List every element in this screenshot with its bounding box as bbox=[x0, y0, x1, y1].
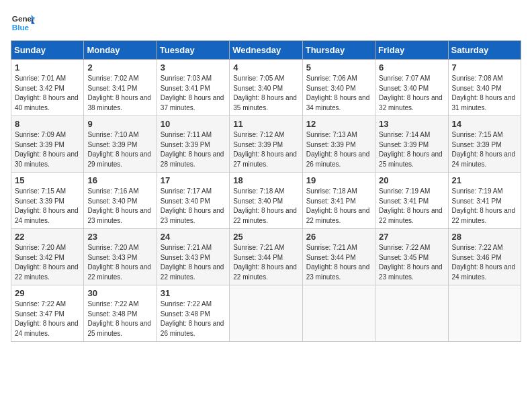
calendar-day-31: 31 Sunrise: 7:22 AMSunset: 3:48 PMDaylig… bbox=[157, 285, 229, 342]
day-info: Sunrise: 7:17 AMSunset: 3:40 PMDaylight:… bbox=[161, 187, 224, 224]
calendar-day-6: 6 Sunrise: 7:07 AMSunset: 3:40 PMDayligh… bbox=[375, 60, 448, 116]
day-info: Sunrise: 7:22 AMSunset: 3:48 PMDaylight:… bbox=[87, 300, 151, 337]
day-info: Sunrise: 7:15 AMSunset: 3:39 PMDaylight:… bbox=[452, 131, 516, 168]
weekday-header-thursday: Thursday bbox=[302, 41, 375, 60]
day-info: Sunrise: 7:15 AMSunset: 3:39 PMDaylight:… bbox=[15, 187, 79, 224]
day-info: Sunrise: 7:20 AMSunset: 3:42 PMDaylight:… bbox=[15, 244, 79, 281]
calendar-day-7: 7 Sunrise: 7:08 AMSunset: 3:40 PMDayligh… bbox=[448, 60, 521, 116]
calendar-week-3: 15 Sunrise: 7:15 AMSunset: 3:39 PMDaylig… bbox=[11, 173, 521, 229]
day-info: Sunrise: 7:07 AMSunset: 3:40 PMDaylight:… bbox=[379, 75, 443, 111]
logo: General Blue bbox=[11, 11, 35, 35]
calendar-week-4: 22 Sunrise: 7:20 AMSunset: 3:42 PMDaylig… bbox=[11, 229, 521, 285]
calendar-day-17: 17 Sunrise: 7:17 AMSunset: 3:40 PMDaylig… bbox=[157, 173, 229, 229]
day-number: 17 bbox=[161, 175, 226, 185]
day-info: Sunrise: 7:22 AMSunset: 3:47 PMDaylight:… bbox=[15, 300, 79, 337]
day-number: 7 bbox=[452, 62, 517, 73]
calendar-day-11: 11 Sunrise: 7:12 AMSunset: 3:39 PMDaylig… bbox=[230, 116, 302, 173]
day-number: 18 bbox=[233, 175, 298, 185]
calendar-day-2: 2 Sunrise: 7:02 AMSunset: 3:41 PMDayligh… bbox=[84, 60, 157, 116]
day-info: Sunrise: 7:18 AMSunset: 3:40 PMDaylight:… bbox=[233, 187, 297, 224]
calendar-day-4: 4 Sunrise: 7:05 AMSunset: 3:40 PMDayligh… bbox=[230, 60, 302, 116]
day-number: 28 bbox=[452, 232, 517, 242]
calendar-table: SundayMondayTuesdayWednesdayThursdayFrid… bbox=[11, 40, 521, 342]
day-number: 16 bbox=[87, 175, 152, 185]
day-info: Sunrise: 7:06 AMSunset: 3:40 PMDaylight:… bbox=[306, 75, 370, 111]
day-info: Sunrise: 7:21 AMSunset: 3:43 PMDaylight:… bbox=[161, 244, 224, 281]
day-info: Sunrise: 7:22 AMSunset: 3:48 PMDaylight:… bbox=[161, 300, 224, 337]
day-info: Sunrise: 7:12 AMSunset: 3:39 PMDaylight:… bbox=[233, 131, 297, 168]
day-info: Sunrise: 7:11 AMSunset: 3:39 PMDaylight:… bbox=[161, 131, 224, 168]
day-number: 26 bbox=[306, 232, 371, 242]
day-info: Sunrise: 7:08 AMSunset: 3:40 PMDaylight:… bbox=[452, 75, 516, 111]
calendar-day-8: 8 Sunrise: 7:09 AMSunset: 3:39 PMDayligh… bbox=[11, 116, 84, 173]
empty-cell bbox=[302, 285, 375, 342]
day-info: Sunrise: 7:13 AMSunset: 3:39 PMDaylight:… bbox=[306, 131, 370, 168]
empty-cell bbox=[448, 285, 521, 342]
calendar-day-21: 21 Sunrise: 7:19 AMSunset: 3:41 PMDaylig… bbox=[448, 173, 521, 229]
calendar-day-15: 15 Sunrise: 7:15 AMSunset: 3:39 PMDaylig… bbox=[11, 173, 84, 229]
day-info: Sunrise: 7:10 AMSunset: 3:39 PMDaylight:… bbox=[87, 131, 151, 168]
day-number: 14 bbox=[452, 119, 517, 129]
logo-icon: General Blue bbox=[11, 11, 35, 35]
calendar-day-18: 18 Sunrise: 7:18 AMSunset: 3:40 PMDaylig… bbox=[230, 173, 302, 229]
calendar-day-10: 10 Sunrise: 7:11 AMSunset: 3:39 PMDaylig… bbox=[157, 116, 229, 173]
day-number: 4 bbox=[233, 62, 298, 73]
day-number: 22 bbox=[15, 232, 80, 242]
empty-cell bbox=[375, 285, 448, 342]
calendar-day-5: 5 Sunrise: 7:06 AMSunset: 3:40 PMDayligh… bbox=[302, 60, 375, 116]
calendar-day-16: 16 Sunrise: 7:16 AMSunset: 3:40 PMDaylig… bbox=[84, 173, 157, 229]
calendar-day-14: 14 Sunrise: 7:15 AMSunset: 3:39 PMDaylig… bbox=[448, 116, 521, 173]
calendar-week-2: 8 Sunrise: 7:09 AMSunset: 3:39 PMDayligh… bbox=[11, 116, 521, 173]
calendar-day-19: 19 Sunrise: 7:18 AMSunset: 3:41 PMDaylig… bbox=[302, 173, 375, 229]
day-info: Sunrise: 7:21 AMSunset: 3:44 PMDaylight:… bbox=[233, 244, 297, 281]
day-info: Sunrise: 7:05 AMSunset: 3:40 PMDaylight:… bbox=[233, 75, 297, 111]
day-number: 29 bbox=[15, 288, 80, 298]
calendar-day-3: 3 Sunrise: 7:03 AMSunset: 3:41 PMDayligh… bbox=[157, 60, 229, 116]
calendar-day-12: 12 Sunrise: 7:13 AMSunset: 3:39 PMDaylig… bbox=[302, 116, 375, 173]
day-info: Sunrise: 7:21 AMSunset: 3:44 PMDaylight:… bbox=[306, 244, 370, 281]
svg-text:Blue: Blue bbox=[12, 23, 30, 32]
day-info: Sunrise: 7:19 AMSunset: 3:41 PMDaylight:… bbox=[452, 187, 516, 224]
day-info: Sunrise: 7:22 AMSunset: 3:46 PMDaylight:… bbox=[452, 244, 516, 281]
calendar-day-9: 9 Sunrise: 7:10 AMSunset: 3:39 PMDayligh… bbox=[84, 116, 157, 173]
day-number: 21 bbox=[452, 175, 517, 185]
calendar-day-24: 24 Sunrise: 7:21 AMSunset: 3:43 PMDaylig… bbox=[157, 229, 229, 285]
day-number: 13 bbox=[379, 119, 444, 129]
calendar-day-13: 13 Sunrise: 7:14 AMSunset: 3:39 PMDaylig… bbox=[375, 116, 448, 173]
day-number: 12 bbox=[306, 119, 371, 129]
calendar-day-22: 22 Sunrise: 7:20 AMSunset: 3:42 PMDaylig… bbox=[11, 229, 84, 285]
weekday-header-sunday: Sunday bbox=[11, 41, 84, 60]
day-info: Sunrise: 7:22 AMSunset: 3:45 PMDaylight:… bbox=[379, 244, 443, 281]
calendar-day-20: 20 Sunrise: 7:19 AMSunset: 3:41 PMDaylig… bbox=[375, 173, 448, 229]
calendar-week-1: 1 Sunrise: 7:01 AMSunset: 3:42 PMDayligh… bbox=[11, 60, 521, 116]
day-number: 9 bbox=[87, 119, 152, 129]
day-info: Sunrise: 7:14 AMSunset: 3:39 PMDaylight:… bbox=[379, 131, 443, 168]
empty-cell bbox=[230, 285, 302, 342]
calendar-day-28: 28 Sunrise: 7:22 AMSunset: 3:46 PMDaylig… bbox=[448, 229, 521, 285]
day-info: Sunrise: 7:16 AMSunset: 3:40 PMDaylight:… bbox=[87, 187, 151, 224]
day-number: 6 bbox=[379, 62, 444, 73]
day-info: Sunrise: 7:19 AMSunset: 3:41 PMDaylight:… bbox=[379, 187, 443, 224]
day-number: 23 bbox=[87, 232, 152, 242]
calendar-week-5: 29 Sunrise: 7:22 AMSunset: 3:47 PMDaylig… bbox=[11, 285, 521, 342]
day-number: 8 bbox=[15, 119, 80, 129]
day-number: 2 bbox=[87, 62, 152, 73]
calendar-day-25: 25 Sunrise: 7:21 AMSunset: 3:44 PMDaylig… bbox=[230, 229, 302, 285]
calendar-day-27: 27 Sunrise: 7:22 AMSunset: 3:45 PMDaylig… bbox=[375, 229, 448, 285]
calendar-day-29: 29 Sunrise: 7:22 AMSunset: 3:47 PMDaylig… bbox=[11, 285, 84, 342]
calendar-day-1: 1 Sunrise: 7:01 AMSunset: 3:42 PMDayligh… bbox=[11, 60, 84, 116]
calendar-day-30: 30 Sunrise: 7:22 AMSunset: 3:48 PMDaylig… bbox=[84, 285, 157, 342]
day-number: 3 bbox=[161, 62, 226, 73]
calendar-day-23: 23 Sunrise: 7:20 AMSunset: 3:43 PMDaylig… bbox=[84, 229, 157, 285]
day-info: Sunrise: 7:09 AMSunset: 3:39 PMDaylight:… bbox=[15, 131, 79, 168]
day-number: 31 bbox=[161, 288, 226, 298]
page-header: General Blue bbox=[11, 11, 521, 35]
day-info: Sunrise: 7:18 AMSunset: 3:41 PMDaylight:… bbox=[306, 187, 370, 224]
day-number: 11 bbox=[233, 119, 298, 129]
day-number: 30 bbox=[87, 288, 152, 298]
day-info: Sunrise: 7:02 AMSunset: 3:41 PMDaylight:… bbox=[87, 75, 151, 111]
weekday-header-monday: Monday bbox=[84, 41, 157, 60]
calendar-day-26: 26 Sunrise: 7:21 AMSunset: 3:44 PMDaylig… bbox=[302, 229, 375, 285]
weekday-header-friday: Friday bbox=[375, 41, 448, 60]
weekday-header-row: SundayMondayTuesdayWednesdayThursdayFrid… bbox=[11, 41, 521, 60]
